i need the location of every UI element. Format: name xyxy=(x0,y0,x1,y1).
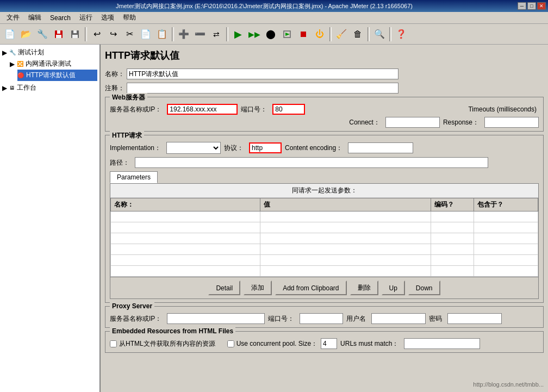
tree-label-test-plan: 测试计划 xyxy=(18,48,44,57)
proxy-title: Proxy Server xyxy=(110,302,154,310)
params-table: 名称： 值 编码？ 包含于？ xyxy=(110,198,538,277)
toolbar-shutdown[interactable]: ⏻ xyxy=(312,27,327,42)
table-row xyxy=(111,266,538,277)
toolbar-redo[interactable]: ↪ xyxy=(105,27,121,42)
http-request-section: HTTP请求 Implementation： HttpClient3.1 Htt… xyxy=(105,135,544,303)
encoding-input[interactable] xyxy=(348,142,413,153)
add-button[interactable]: 添加 xyxy=(244,281,272,295)
toolbar-open[interactable]: 📂 xyxy=(18,27,34,42)
content-panel: HTTP请求默认值 名称： 注释： Web服务器 服务器名称或IP： 端口号： … xyxy=(101,45,548,392)
toolbar-stop[interactable]: ⏹ xyxy=(296,27,311,42)
proxy-server-input[interactable] xyxy=(167,313,265,324)
up-button[interactable]: Up xyxy=(382,281,405,295)
toolbar-toggle[interactable]: ⇄ xyxy=(209,27,224,42)
workbench-icon: ▶ xyxy=(2,84,7,92)
proxy-section: Proxy Server 服务器名称或IP： 端口号： 用户名 密码 xyxy=(105,306,544,328)
toolbar-save[interactable] xyxy=(67,27,83,42)
toolbar-help[interactable]: ❓ xyxy=(394,27,409,42)
comment-input[interactable] xyxy=(127,83,398,94)
toolbar-new[interactable]: 📄 xyxy=(2,27,17,42)
menu-file[interactable]: 文件 xyxy=(2,12,24,23)
minimize-button[interactable]: ─ xyxy=(518,2,526,10)
menu-help[interactable]: 帮助 xyxy=(119,12,140,23)
add-clipboard-button[interactable]: Add from Clipboard xyxy=(275,281,346,295)
proxy-port-input[interactable] xyxy=(300,313,343,324)
toolbar-start-remote[interactable] xyxy=(279,27,295,42)
embedded-checkbox[interactable] xyxy=(110,340,117,347)
expand-icon-lan: ▶ xyxy=(10,60,15,68)
toolbar-cut[interactable]: ✂ xyxy=(122,27,137,42)
menu-search[interactable]: Search xyxy=(46,13,75,23)
protocol-input[interactable] xyxy=(249,142,282,153)
port-input[interactable] xyxy=(272,104,305,115)
tab-parameters[interactable]: Parameters xyxy=(110,171,158,183)
proxy-user-label: 用户名 xyxy=(346,314,366,323)
close-button[interactable]: ✕ xyxy=(537,2,546,10)
toolbar-start[interactable]: ▶ xyxy=(231,27,246,42)
toolbar-clear-all[interactable]: 🗑 xyxy=(350,27,365,42)
toolbar-search[interactable]: 🔍 xyxy=(372,27,387,42)
encoding-label: Content encoding： xyxy=(285,144,342,153)
concurrent-checkbox[interactable] xyxy=(227,340,234,347)
toolbar-save-red[interactable] xyxy=(51,27,66,42)
svg-rect-2 xyxy=(56,35,61,38)
response-input[interactable] xyxy=(484,117,539,128)
tree-label-lan: 内网通讯录测试 xyxy=(26,59,71,69)
concurrent-input[interactable] xyxy=(321,338,337,349)
implementation-select[interactable]: HttpClient3.1 HttpClient4 Java xyxy=(166,142,221,154)
server-input[interactable] xyxy=(167,104,238,115)
header-value: 值 xyxy=(260,198,431,211)
down-button[interactable]: Down xyxy=(408,281,440,295)
proxy-port-label: 端口号： xyxy=(268,314,294,323)
menu-options[interactable]: 选项 xyxy=(97,12,119,23)
timeouts-label: Timeouts (milliseconds) xyxy=(468,105,537,113)
connect-input[interactable] xyxy=(385,117,440,128)
web-server-section: Web服务器 服务器名称或IP： 端口号： Timeouts (millisec… xyxy=(105,97,544,132)
http-request-title: HTTP请求 xyxy=(110,131,144,140)
comment-row: 注释： xyxy=(103,83,546,94)
maximize-button[interactable]: □ xyxy=(527,2,536,10)
url-match-label: URLs must match： xyxy=(340,339,398,349)
name-input[interactable] xyxy=(127,69,398,79)
toolbar-start-no-pause[interactable]: ▶▶ xyxy=(247,27,262,42)
toolbar: 📄 📂 🔧 ↩ ↪ ✂ 📄 📋 ➕ ➖ ⇄ ▶ ▶▶ ⬤ ⏹ ⏻ 🧹 🗑 🔍 ❓ xyxy=(0,24,548,45)
watermark: http://blog.csdn.net/tmbb... xyxy=(473,381,544,388)
toolbar-undo[interactable]: ↩ xyxy=(89,27,104,42)
tree-item-workbench[interactable]: ▶ 🖥 工作台 xyxy=(2,82,97,94)
url-match-input[interactable] xyxy=(404,338,480,349)
proxy-server-label: 服务器名称或IP： xyxy=(110,314,161,323)
menu-edit[interactable]: 编辑 xyxy=(24,12,46,23)
toolbar-collapse[interactable]: ➖ xyxy=(192,27,208,42)
toolbar-templates[interactable]: 🔧 xyxy=(35,27,50,42)
toolbar-expand[interactable]: ➕ xyxy=(176,27,191,42)
header-name: 名称： xyxy=(111,198,260,211)
button-row: Detail 添加 Add from Clipboard 删除 Up Down xyxy=(110,277,538,298)
delete-button[interactable]: 删除 xyxy=(350,281,378,295)
tree-item-lan-record[interactable]: ▶ 🔀 内网通讯录测试 xyxy=(10,58,97,70)
path-label: 路径： xyxy=(110,158,129,167)
proxy-user-input[interactable] xyxy=(371,313,426,324)
toolbar-clear[interactable]: 🧹 xyxy=(334,27,349,42)
tree-item-http-defaults[interactable]: 🔴 HTTP请求默认值 xyxy=(17,70,97,81)
toolbar-copy[interactable]: 📄 xyxy=(138,27,153,42)
comment-label: 注释： xyxy=(105,84,124,93)
title-bar: Jmeter测试内网接口案例.jmx (E:\F\2016\2016.2\Jme… xyxy=(0,0,548,12)
toolbar-paste[interactable]: 📋 xyxy=(154,27,170,42)
tree-item-test-plan[interactable]: ▶ 🔧 测试计划 xyxy=(2,47,97,58)
detail-button[interactable]: Detail xyxy=(208,281,240,295)
path-input[interactable] xyxy=(135,157,488,168)
name-row: 名称： xyxy=(103,69,546,79)
svg-rect-4 xyxy=(73,30,77,33)
send-together-label: 同请求一起发送参数： xyxy=(292,186,357,194)
concurrent-checkbox-label[interactable]: Use concurrent pool. Size： xyxy=(227,339,317,349)
proxy-pass-input[interactable] xyxy=(447,313,502,324)
header-encode: 编码？ xyxy=(431,198,474,211)
menu-run[interactable]: 运行 xyxy=(75,12,97,23)
svg-rect-5 xyxy=(72,35,78,38)
header-include: 包含于？ xyxy=(474,198,538,211)
send-together-row: 同请求一起发送参数： xyxy=(110,184,538,198)
toolbar-validate[interactable]: ⬤ xyxy=(263,27,278,42)
embedded-checkbox-label[interactable]: 从HTML文件获取所有内容的资源 xyxy=(110,339,215,349)
embedded-section: Embedded Resources from HTML Files 从HTML… xyxy=(105,331,544,353)
web-server-title: Web服务器 xyxy=(110,93,147,102)
